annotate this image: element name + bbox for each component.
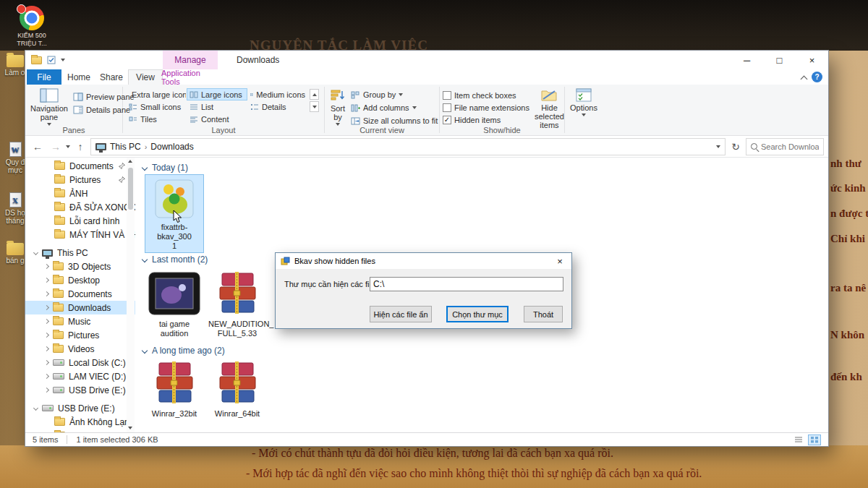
nav-item-3d-objects[interactable]: 3D Objects xyxy=(25,260,135,273)
nav-item-music[interactable]: Music xyxy=(25,314,135,328)
refresh-button[interactable]: ↻ xyxy=(728,139,744,155)
search-input[interactable] xyxy=(761,142,819,151)
tab-application-tools[interactable]: Application Tools xyxy=(161,69,221,85)
group-header-last-month[interactable]: Last month (2) xyxy=(142,254,208,265)
nav-item-anh[interactable]: ẢNH xyxy=(25,187,135,200)
address-dropdown-icon[interactable] xyxy=(716,145,720,148)
tab-share[interactable]: Share xyxy=(95,69,128,85)
details-pane-icon xyxy=(73,106,83,114)
nav-item-pictures[interactable]: Pictures xyxy=(25,328,135,342)
show-hidden-files-button[interactable]: Hiện các file ẩn xyxy=(370,306,432,322)
ribbon-group-layout: Extra large icons Large icons Medium ico… xyxy=(123,85,324,135)
exit-button[interactable]: Thoát xyxy=(524,306,563,322)
tab-home[interactable]: Home xyxy=(63,69,95,85)
hidden-items-checkbox[interactable]: ✓ Hidden items xyxy=(443,114,529,126)
hide-selected-items-button[interactable]: Hide selected items xyxy=(532,87,566,130)
nav-item-local-disk-c[interactable]: Local Disk (C:) xyxy=(25,356,135,369)
expander-right-icon[interactable] xyxy=(44,346,49,351)
group-header-long-time-ago[interactable]: A long time ago (2) xyxy=(142,346,225,356)
layout-small-icons[interactable]: Small icons xyxy=(126,100,187,113)
close-button[interactable]: × xyxy=(796,51,828,69)
nav-item-may-tinh-va-phan-m[interactable]: MÁY TÍNH VÀ PHẦN M xyxy=(25,228,135,241)
chrome-shortcut[interactable]: KIẾM 500 TRIỆU T... xyxy=(13,6,51,48)
sort-by-button[interactable]: Sort by xyxy=(328,87,348,127)
details-view-toggle[interactable] xyxy=(792,435,805,445)
expander-right-icon[interactable] xyxy=(44,388,49,393)
items-count: 5 items xyxy=(33,435,58,444)
forward-button[interactable]: → xyxy=(48,139,64,155)
minimize-ribbon-icon[interactable] xyxy=(801,74,807,84)
expander-down-icon[interactable] xyxy=(33,406,38,411)
nav-item-usb-drive-root[interactable]: USB Drive (E:) xyxy=(25,401,135,415)
item-check-boxes-checkbox[interactable]: Item check boxes xyxy=(443,89,529,101)
usb-drive-icon xyxy=(42,405,54,411)
group-by-button[interactable]: Group by xyxy=(348,88,441,101)
large-icons-view-toggle[interactable] xyxy=(808,435,821,445)
expander-right-icon[interactable] xyxy=(44,278,49,283)
expander-right-icon[interactable] xyxy=(44,333,49,338)
layout-list[interactable]: List xyxy=(187,100,247,113)
expander-right-icon[interactable] xyxy=(44,291,49,296)
desktop-text-fragment: nh thư xyxy=(830,158,861,170)
nav-item-documents[interactable]: Documents xyxy=(25,287,135,301)
tab-file[interactable]: File xyxy=(27,69,61,85)
layout-tiles[interactable]: Tiles xyxy=(126,113,187,125)
expander-down-icon[interactable] xyxy=(33,250,38,255)
nav-item-anh-khong-lanh[interactable]: Ảnh Không Lạnh xyxy=(25,415,135,429)
breadcrumb-this-pc[interactable]: This PC xyxy=(110,142,141,152)
nav-scrollbar[interactable] xyxy=(127,158,135,432)
expander-right-icon[interactable] xyxy=(44,360,49,365)
file-new-audition-full[interactable]: NEW_AUDITION_ FULL_5.33 xyxy=(208,267,266,340)
nav-item-lam-viec-d[interactable]: LAM VIEC (D:) xyxy=(25,369,135,383)
scrollbar-thumb[interactable] xyxy=(128,168,133,210)
layout-medium-icons[interactable]: Medium icons xyxy=(247,88,308,100)
breadcrumb-bar[interactable]: This PC › Downloads xyxy=(90,138,726,155)
layout-large-icons[interactable]: Large icons xyxy=(187,88,247,100)
minimize-button[interactable]: ─ xyxy=(731,51,763,69)
expander-right-icon[interactable] xyxy=(44,264,49,269)
file-name-extensions-checkbox[interactable]: File name extensions xyxy=(443,101,529,114)
layout-extra-large-icons[interactable]: Extra large icons xyxy=(126,88,187,100)
nav-item-pictures-pinned[interactable]: Pictures xyxy=(25,173,135,187)
qat-properties-icon[interactable] xyxy=(47,56,56,64)
breadcrumb-downloads[interactable]: Downloads xyxy=(150,142,193,152)
layout-details[interactable]: Details xyxy=(247,100,308,113)
scroll-up-icon[interactable] xyxy=(128,160,132,163)
navigation-pane-button[interactable]: Navigation pane xyxy=(28,87,70,127)
tab-view[interactable]: View xyxy=(128,69,163,85)
expander-right-icon[interactable] xyxy=(44,305,49,310)
nav-item-desktop[interactable]: Desktop xyxy=(25,273,135,287)
dialog-close-button[interactable]: × xyxy=(548,253,571,269)
up-button[interactable]: ↑ xyxy=(72,139,88,155)
nav-item-da-sua-xong-clip[interactable]: ĐÃ SỬA XONG CLIP CH xyxy=(25,200,135,214)
qat-customize-icon[interactable] xyxy=(61,59,65,61)
search-box[interactable] xyxy=(746,138,824,155)
nav-item-downloads-selected[interactable]: Downloads xyxy=(25,301,135,314)
expander-right-icon[interactable] xyxy=(44,374,49,379)
group-header-today[interactable]: Today (1) xyxy=(142,163,188,173)
options-button[interactable]: Options xyxy=(568,87,600,117)
ribbon-group-panes: Navigation pane Preview pane xyxy=(25,85,122,135)
file-tai-game-audition[interactable]: tai game audition xyxy=(145,267,203,340)
nav-item-videos[interactable]: Videos xyxy=(25,342,135,356)
manage-contextual-header[interactable]: Manage xyxy=(163,51,218,69)
file-winrar-32bit[interactable]: Winrar_32bit xyxy=(145,357,203,420)
add-columns-button[interactable]: Add columns xyxy=(348,101,441,114)
nav-item-documents-pinned[interactable]: Documents xyxy=(25,159,135,173)
help-icon[interactable]: ? xyxy=(812,72,822,82)
layout-scroll-down[interactable] xyxy=(310,101,319,112)
expander-right-icon[interactable] xyxy=(44,319,49,324)
scroll-down-icon[interactable] xyxy=(128,427,132,429)
layout-scroll-up[interactable] xyxy=(310,89,319,100)
folder-path-input[interactable] xyxy=(370,277,563,291)
nav-item-this-pc[interactable]: This PC xyxy=(25,246,135,260)
layout-options-list: Extra large icons Large icons Medium ico… xyxy=(126,88,308,125)
file-winrar-64bit[interactable]: Winrar_64bit xyxy=(208,357,266,420)
back-button[interactable]: ← xyxy=(30,139,46,155)
nav-item-loi-card-hinh[interactable]: Lỗi card hình xyxy=(25,214,135,228)
nav-item-usb-drive-e[interactable]: USB Drive (E:) xyxy=(25,383,135,397)
choose-folder-button[interactable]: Chọn thư mục xyxy=(446,306,509,322)
recent-locations-icon[interactable] xyxy=(66,145,70,148)
maximize-button[interactable]: □ xyxy=(763,51,796,69)
layout-content[interactable]: Content xyxy=(187,113,247,125)
